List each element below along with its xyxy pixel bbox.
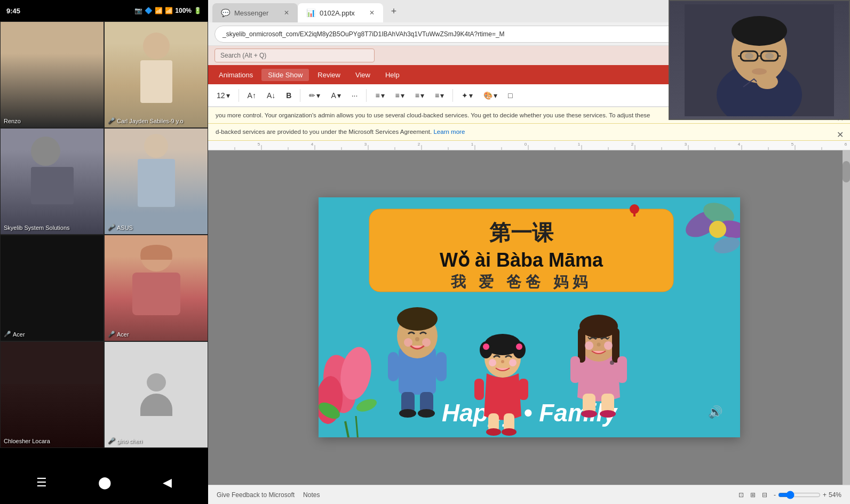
svg-point-106 [597,343,600,347]
video-cell-acer1[interactable]: 🎤 Acer [0,235,104,341]
participant-name-acer1: 🎤 Acer [4,331,25,338]
video-feed-asus [105,129,208,234]
video-cell-asus[interactable]: 🎤 ASUS [104,128,208,235]
reading-view-button[interactable]: ⊟ [762,491,767,499]
tab-pptx-label: 0102A.pptx [320,9,365,17]
font-decrease-button[interactable]: A↓ [263,89,280,102]
browser-area: 💬 Messenger ✕ 📊 0102A.pptx ✕ + ⌄ ❐ □ ✕ _… [208,0,850,504]
video-feed-acer1 [1,235,104,341]
tab-messenger-close[interactable]: ✕ [284,9,289,17]
tab-pptx[interactable]: 📊 0102A.pptx ✕ [298,3,383,22]
webcam-person-view [670,1,849,119]
video-feed-chloesher [1,342,104,447]
svg-point-54 [709,221,726,238]
svg-rect-99 [612,328,619,363]
svg-point-10 [765,53,774,59]
svg-text:🔊: 🔊 [708,405,723,419]
more-button[interactable]: ··· [347,89,362,102]
svg-point-86 [516,343,522,350]
participant-name-skyelib: Skyelib System Solutions [4,225,70,231]
bold-button[interactable]: B [282,89,296,102]
svg-rect-90 [474,379,484,400]
mic-icon-acer1: 🎤 [4,331,11,338]
feedback-text[interactable]: Give Feedback to Microsoft [217,491,295,499]
toolbar-divider-4 [452,89,453,102]
tab-pptx-close[interactable]: ✕ [369,9,375,17]
video-cell-gino[interactable]: 🎤 gino chen [104,341,208,448]
search-box[interactable]: Search (Alt + Q) [215,49,375,62]
toolbar-divider-2 [300,89,300,102]
svg-point-74 [422,338,431,347]
font-increase-button[interactable]: A↑ [243,89,260,102]
pptx-favicon: 📊 [306,9,315,17]
zoom-slider[interactable] [778,491,821,499]
tab-messenger[interactable]: 💬 Messenger ✕ [212,3,298,22]
notification-close-2[interactable]: ✕ [837,128,844,142]
svg-rect-64 [633,209,635,217]
participant-name-gino: 🎤 gino chen [108,437,142,444]
svg-rect-76 [436,352,447,381]
font-color-button[interactable]: A▾ [327,89,345,102]
zoom-level[interactable]: 54% [829,491,841,499]
highlight-button[interactable]: ✏▾ [305,89,324,102]
svg-text:6: 6 [845,142,847,147]
svg-text:4: 4 [738,142,741,147]
mic-icon-acer2: 🎤 [108,331,115,338]
align-button[interactable]: ≡▾ [411,89,428,102]
gino-head [147,373,166,391]
zoom-out-button[interactable]: - [774,491,776,499]
fill-button[interactable]: 🎨▾ [479,89,502,102]
video-feed-renzo [1,22,104,127]
menu-button[interactable]: ☰ [31,470,52,495]
shape-outline-button[interactable]: □ [504,89,517,102]
indent-button[interactable]: ≡▾ [431,89,448,102]
font-size-input[interactable]: 12▾ [212,89,234,102]
svg-point-94 [486,428,501,436]
ribbon-tab-animations[interactable]: Animations [212,69,259,81]
video-cell-renzo[interactable]: Renzo [0,21,104,128]
ribbon-tab-slideshow[interactable]: Slide Show [261,69,309,81]
status-bar: Give Feedback to Microsoft Notes ⊡ ⊞ ⊟ -… [208,485,850,504]
notification-learn-more[interactable]: Learn more [433,129,465,135]
participant-name-acer2: 🎤 Acer [108,331,129,338]
video-grid: Renzo 🎤 Carl Jayden Sabiles-9 y.o [0,21,208,448]
notification-text-1: you more control. Your organization's ad… [216,112,650,118]
svg-point-3 [732,16,787,46]
svg-point-12 [757,74,778,89]
gino-body [140,394,172,416]
notification-text-2: d-backed services are provided to you un… [216,129,432,135]
svg-text:1: 1 [578,142,581,147]
phone-status-bar: 9:45 📷 🔷 📶 📶 100% 🔋 [0,0,208,21]
bullets-button[interactable]: ≡▾ [371,89,388,102]
slide-sorter-button[interactable]: ⊞ [750,491,756,499]
search-placeholder: Search (Alt + Q) [220,52,266,59]
ribbon-tab-view[interactable]: View [349,69,377,81]
shapes-button[interactable]: ✦▾ [457,89,477,102]
svg-text:3: 3 [685,142,687,147]
svg-point-71 [397,307,438,331]
notes-button[interactable]: Notes [303,491,320,499]
numbering-button[interactable]: ≡▾ [391,89,409,102]
svg-text:0: 0 [525,142,527,147]
back-button[interactable]: ◀ [157,470,177,495]
scroll-bar[interactable] [843,150,850,485]
participant-name-asus: 🎤 ASUS [108,224,133,231]
new-tab-button[interactable]: + [385,3,402,20]
video-cell-carl[interactable]: 🎤 Carl Jayden Sabiles-9 y.o [104,21,208,128]
home-button[interactable]: ⬤ [93,470,117,495]
svg-text:2: 2 [418,142,420,147]
video-cell-acer2[interactable]: 🎤 Acer [104,235,208,341]
normal-view-button[interactable]: ⊡ [738,491,744,499]
slide-container[interactable]: 第一课 Wǒ ài Bàba Māma 我 爱 爸爸 妈妈 Happy • Fa… [319,197,740,437]
video-cell-skyelib[interactable]: Skyelib System Solutions [0,128,104,235]
phone-nav-bar: ☰ ⬤ ◀ [0,461,208,504]
video-cell-chloesher[interactable]: Chloesher Locara [0,341,104,448]
ribbon-tab-review[interactable]: Review [311,69,347,81]
svg-text:3: 3 [364,142,367,147]
mic-icon-asus: 🎤 [108,224,115,231]
ribbon-tab-help[interactable]: Help [379,69,406,81]
scroll-thumb[interactable] [843,161,850,182]
zoom-in-button[interactable]: + [823,491,827,499]
svg-text:5: 5 [258,142,260,147]
svg-point-105 [604,341,613,350]
